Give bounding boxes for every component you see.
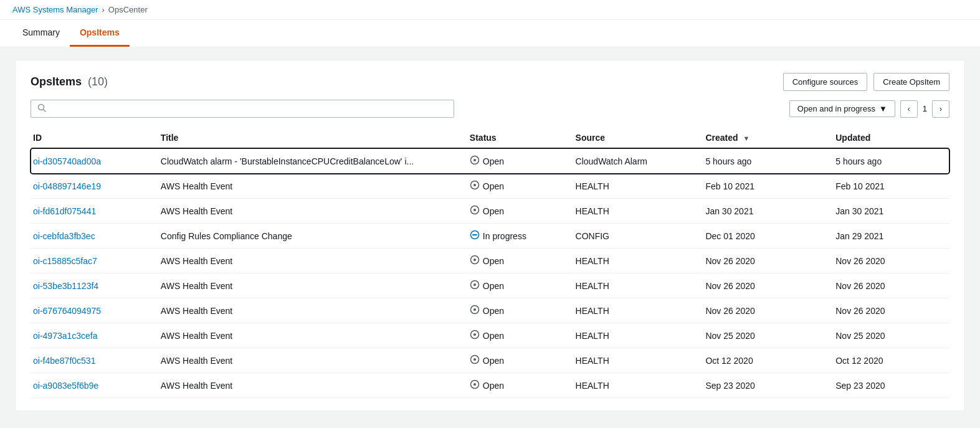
status-icon [470,330,480,341]
opsitem-source: HEALTH [576,323,706,348]
col-header-created[interactable]: Created ▼ [705,128,835,148]
status-icon [470,280,480,292]
opsitem-id-link[interactable]: oi-048897146e19 [33,181,101,191]
opsitem-created: Sep 23 2020 [705,373,835,398]
opsitem-status: Open [470,298,576,323]
opsitem-updated: Jan 30 2021 [835,199,949,224]
search-input[interactable] [51,104,447,114]
status-text: Open [483,306,504,316]
tab-summary[interactable]: Summary [12,20,70,47]
opsitem-status: Open [470,199,576,224]
status-filter-dropdown[interactable]: Open and in progress ▼ [789,100,895,117]
status-icon [470,205,480,217]
table-row: oi-676764094975AWS Health EventOpenHEALT… [31,298,949,323]
opsitem-id-link[interactable]: oi-4973a1c3cefa [33,331,98,341]
opsitem-id-link[interactable]: oi-d305740ad00a [33,156,101,166]
status-icon [470,305,480,316]
search-box[interactable] [31,100,454,118]
panel-count: (10) [88,75,108,88]
svg-point-5 [473,184,476,186]
svg-point-11 [473,259,476,261]
status-filter-label: Open and in progress [797,104,875,113]
opsitem-id-link[interactable]: oi-f4be87f0c531 [33,356,95,366]
opsitem-created: Nov 25 2020 [705,323,835,348]
table-row: oi-a9083e5f6b9eAWS Health EventOpenHEALT… [31,373,949,398]
tabs-bar: Summary OpsItems [0,20,980,47]
next-page-button[interactable]: › [932,100,949,118]
opsitem-title: AWS Health Event [161,199,470,224]
status-text: Open [483,381,504,391]
opsitem-source: HEALTH [576,174,706,199]
opsitem-id-link[interactable]: oi-53be3b1123f4 [33,281,98,291]
status-text: Open [483,281,504,291]
status-icon [470,230,480,242]
opsitem-source: HEALTH [576,273,706,298]
opsitem-status: Open [470,348,576,373]
opsitems-panel: OpsItems (10) Configure sources Create O… [15,60,965,411]
opsitem-title: AWS Health Event [161,249,470,273]
opsitem-created: Jan 30 2021 [705,199,835,224]
opsitem-updated: 5 hours ago [835,148,949,174]
opsitem-updated: Nov 25 2020 [835,323,949,348]
opsitem-created: Dec 01 2020 [705,224,835,249]
opsitem-title: Config Rules Compliance Change [161,224,470,249]
status-text: Open [483,356,504,366]
opsitem-updated: Oct 12 2020 [835,348,949,373]
prev-page-button[interactable]: ‹ [900,100,918,118]
table-row: oi-048897146e19AWS Health EventOpenHEALT… [31,174,949,199]
opsitem-status: Open [470,148,576,174]
configure-sources-button[interactable]: Configure sources [783,73,868,91]
opsitem-status: Open [470,174,576,199]
col-header-source: Source [576,128,706,148]
svg-point-21 [473,383,476,386]
opsitem-source: HEALTH [576,298,706,323]
dropdown-arrow-icon: ▼ [879,104,887,113]
tab-opsitems[interactable]: OpsItems [70,20,130,47]
opsitem-id-link[interactable]: oi-fd61df075441 [33,206,96,216]
opsitem-updated: Nov 26 2020 [835,298,949,323]
status-icon [470,180,480,192]
opsitem-id-link[interactable]: oi-676764094975 [33,306,101,316]
opsitem-title: AWS Health Event [161,273,470,298]
opsitem-created: Nov 26 2020 [705,298,835,323]
opsitem-source: HEALTH [576,199,706,224]
svg-point-7 [473,209,476,211]
main-content: OpsItems (10) Configure sources Create O… [0,47,980,426]
status-text: Open [483,206,504,216]
opsitem-title: AWS Health Event [161,323,470,348]
opsitem-source: HEALTH [576,249,706,273]
status-icon [470,255,480,267]
svg-point-19 [473,358,476,361]
status-icon [470,379,480,391]
table-row: oi-c15885c5fac7AWS Health EventOpenHEALT… [31,249,949,273]
opsitem-status: Open [470,273,576,298]
breadcrumb-parent-link[interactable]: AWS Systems Manager [12,5,98,14]
opsitem-id-link[interactable]: oi-c15885c5fac7 [33,256,97,266]
opsitem-source: CONFIG [576,224,706,249]
pagination: ‹ 1 › [900,100,949,118]
panel-title: OpsItems [31,75,82,88]
opsitem-status: Open [470,249,576,273]
col-header-id: ID [31,128,161,148]
opsitems-table: ID Title Status Source Created ▼ Updated… [31,128,949,398]
svg-point-15 [473,308,476,311]
search-icon [37,103,46,114]
status-text: Open [483,156,504,166]
create-opsitem-button[interactable]: Create OpsItem [873,73,949,91]
opsitem-updated: Feb 10 2021 [835,174,949,199]
opsitem-created: Feb 10 2021 [705,174,835,199]
status-text: In progress [483,231,526,241]
opsitem-source: HEALTH [576,348,706,373]
opsitem-id-link[interactable]: oi-cebfda3fb3ec [33,231,95,241]
opsitem-source: HEALTH [576,373,706,398]
status-icon [470,354,480,366]
opsitem-source: CloudWatch Alarm [576,148,706,174]
svg-point-17 [473,333,476,336]
breadcrumb-chevron: › [102,5,105,14]
breadcrumb: AWS Systems Manager › OpsCenter [0,0,980,20]
opsitem-created: Oct 12 2020 [705,348,835,373]
opsitem-title: AWS Health Event [161,298,470,323]
opsitem-id-link[interactable]: oi-a9083e5f6b9e [33,381,98,391]
status-text: Open [483,181,504,191]
breadcrumb-current: OpsCenter [108,5,148,14]
